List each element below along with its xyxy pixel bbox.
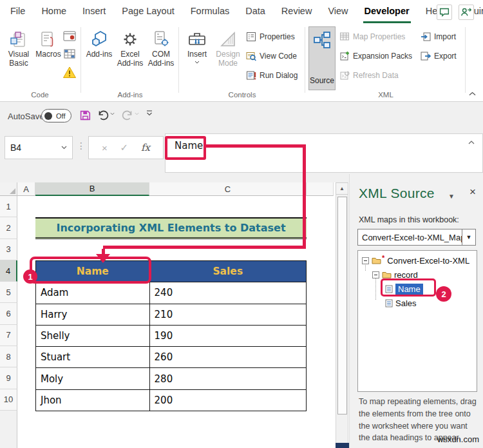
row-header-8[interactable]: 8 <box>0 346 17 367</box>
collapse-formula-bar-icon[interactable] <box>468 141 475 144</box>
table-cell[interactable]: 240 <box>150 282 307 304</box>
insert-control-button[interactable]: Insert <box>183 27 211 89</box>
tree-node-root[interactable]: * Convert-Excel-to-XML <box>362 255 469 266</box>
tree-sales-label[interactable]: Sales <box>395 298 417 308</box>
comment-icon[interactable] <box>437 5 452 20</box>
row-header-10[interactable]: 10 <box>0 389 17 411</box>
table-row: Harry 210 <box>36 304 307 326</box>
visual-basic-label: Visual Basic <box>3 50 34 68</box>
expansion-packs-button[interactable]: Expansion Packs <box>339 49 412 63</box>
run-dialog-button[interactable]: Run Dialog <box>246 68 298 83</box>
export-label: Export <box>434 52 457 61</box>
record-macro-icon[interactable] <box>62 28 77 44</box>
row-header-3[interactable]: 3 <box>0 239 17 260</box>
tree-node-sales[interactable]: Sales <box>385 297 417 309</box>
table-cell[interactable]: 280 <box>150 368 307 389</box>
dataset-title-cell[interactable]: Incorporating XML Elements to Dataset <box>35 217 307 239</box>
add-ins-button[interactable]: Add-ins <box>86 27 113 89</box>
customize-qat-icon[interactable] <box>146 110 153 116</box>
collapse-node-icon[interactable] <box>362 257 369 264</box>
table-cell[interactable]: Shelly <box>36 326 150 347</box>
scroll-up-icon[interactable]: ▲ <box>336 182 348 195</box>
import-button[interactable]: Import <box>421 30 456 44</box>
name-box-dropdown-icon[interactable] <box>61 146 67 150</box>
row-header-2[interactable]: 2 <box>0 217 17 239</box>
insert-function-icon[interactable]: fx <box>141 142 150 153</box>
source-button[interactable]: Source <box>308 26 336 90</box>
collapse-node-icon[interactable] <box>372 271 379 278</box>
row-header-9[interactable]: 9 <box>0 367 17 389</box>
column-header-c[interactable]: C <box>149 182 307 196</box>
properties-label: Properties <box>260 32 295 41</box>
pane-close-icon[interactable]: × <box>469 186 476 199</box>
tab-insert[interactable]: Insert <box>81 0 107 23</box>
row-headers: 1 2 3 4 5 6 7 8 9 10 <box>0 196 17 411</box>
macros-button[interactable]: Macros <box>34 27 62 89</box>
table-cell[interactable]: 200 <box>150 390 307 411</box>
redo-dropdown-icon[interactable] <box>135 112 139 115</box>
column-header-a[interactable]: A <box>17 182 35 196</box>
table-header-name[interactable]: Name <box>36 261 150 282</box>
tab-page-layout[interactable]: Page Layout <box>120 0 175 23</box>
refresh-data-button[interactable]: Refresh Data <box>339 68 399 83</box>
formula-bar[interactable]: Name <box>165 133 483 173</box>
table-cell[interactable]: Adam <box>36 282 150 304</box>
undo-icon[interactable] <box>97 109 109 122</box>
table-cell[interactable]: Moly <box>36 368 150 389</box>
undo-dropdown-icon[interactable] <box>110 112 115 115</box>
column-header-b[interactable]: B <box>35 182 149 196</box>
tree-name-label[interactable]: Name <box>395 284 423 295</box>
pane-dropdown-icon[interactable]: ▼ <box>448 193 455 200</box>
tab-home[interactable]: Home <box>40 0 68 23</box>
table-header-sales[interactable]: Sales <box>150 261 307 282</box>
map-select-dropdown-icon[interactable]: ▼ <box>462 229 475 245</box>
macro-security-icon[interactable] <box>62 64 77 80</box>
tab-data[interactable]: Data <box>244 0 267 23</box>
tab-view[interactable]: View <box>327 0 349 23</box>
com-add-ins-button[interactable]: COM Add-ins <box>146 27 176 89</box>
use-relative-references-icon[interactable] <box>62 46 77 62</box>
save-icon[interactable] <box>79 109 91 122</box>
tree-record-label[interactable]: record <box>394 270 418 280</box>
excel-add-ins-button[interactable]: Excel Add-ins <box>115 27 146 89</box>
row-header-7[interactable]: 7 <box>0 325 17 346</box>
row-header-1[interactable]: 1 <box>0 196 17 217</box>
xml-group-label: XML <box>307 91 465 99</box>
row-header-6[interactable]: 6 <box>0 303 17 324</box>
table-cell[interactable]: 190 <box>150 326 307 347</box>
tree-node-record[interactable]: record <box>372 269 418 280</box>
scrollbar-thumb[interactable] <box>337 197 347 414</box>
design-mode-button[interactable]: Design Mode <box>213 27 243 89</box>
redo-icon[interactable] <box>121 109 134 122</box>
column-header-partial[interactable] <box>307 182 334 196</box>
cancel-icon[interactable]: × <box>102 142 108 153</box>
select-all-corner[interactable] <box>0 182 17 196</box>
enter-icon[interactable]: ✓ <box>120 142 129 153</box>
table-cell[interactable]: Harry <box>36 304 150 326</box>
tree-root-label[interactable]: Convert-Excel-to-XML <box>387 256 469 266</box>
table-cell[interactable]: 260 <box>150 347 307 368</box>
visual-basic-button[interactable]: Visual Basic <box>3 27 34 89</box>
view-code-button[interactable]: View Code <box>246 49 297 63</box>
tab-developer[interactable]: Developer <box>363 0 411 23</box>
xml-map-select[interactable]: Convert-Excel-to-XML_Map ▼ <box>357 229 476 246</box>
autosave-toggle[interactable]: Off <box>41 109 71 122</box>
tab-file[interactable]: File <box>9 0 26 23</box>
map-properties-button[interactable]: Map Properties <box>339 30 405 44</box>
table-cell[interactable]: Stuart <box>36 347 150 368</box>
table-cell[interactable]: Jhon <box>36 390 150 411</box>
export-button[interactable]: Export <box>421 49 457 63</box>
table-cell[interactable]: 210 <box>150 304 307 326</box>
excel-window: File Home Insert Page Layout Formulas Da… <box>0 0 483 448</box>
tab-formulas[interactable]: Formulas <box>189 0 231 23</box>
group-separator <box>178 27 179 93</box>
row-header-5[interactable]: 5 <box>0 282 17 303</box>
excel-add-ins-label: Excel Add-ins <box>115 50 146 68</box>
tab-review[interactable]: Review <box>280 0 314 23</box>
row-header-4[interactable]: 4 <box>0 260 17 282</box>
tree-node-name[interactable]: Name <box>385 283 423 295</box>
properties-button[interactable]: Properties <box>246 30 295 44</box>
share-icon[interactable] <box>459 5 474 20</box>
name-box[interactable]: B4 <box>5 136 73 159</box>
collapse-ribbon-icon[interactable] <box>469 92 476 96</box>
